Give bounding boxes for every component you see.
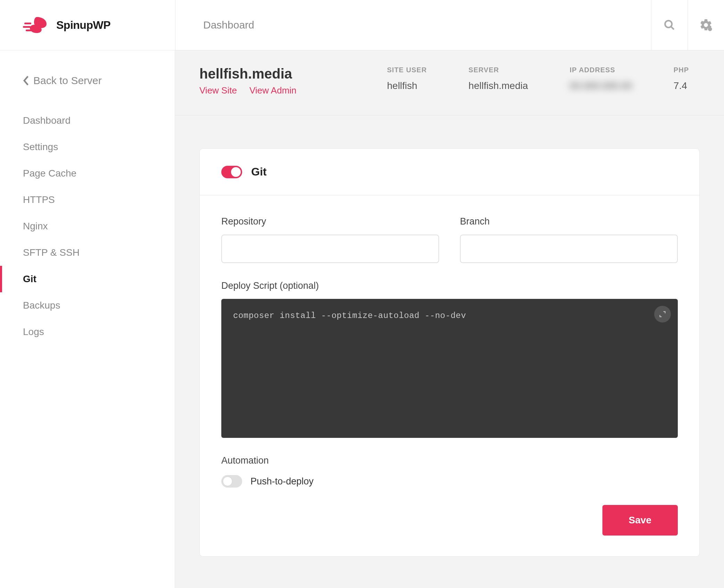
- toggle-knob: [231, 167, 241, 177]
- chevron-left-icon: [23, 76, 29, 85]
- meta-label: PHP: [674, 66, 689, 74]
- save-button[interactable]: Save: [602, 505, 678, 536]
- view-admin-link[interactable]: View Admin: [249, 85, 296, 96]
- card-wrapper: Git Repository Branch Dep: [175, 115, 724, 588]
- meta-value: 7.4: [674, 80, 689, 91]
- git-card: Git Repository Branch Dep: [199, 148, 700, 557]
- toggle-knob: [223, 476, 232, 486]
- git-toggle[interactable]: [221, 166, 242, 178]
- meta-site-user: SITE USER hellfish: [387, 66, 427, 91]
- meta-label: IP ADDRESS: [570, 66, 632, 74]
- topbar-center: Dashboard: [175, 0, 651, 50]
- meta-ip: IP ADDRESS 00.000.000.00: [570, 66, 632, 91]
- card-footer: Save: [221, 505, 678, 536]
- repository-group: Repository: [221, 216, 439, 263]
- svg-line-4: [671, 26, 674, 30]
- topbar: SpinupWP Dashboard: [0, 0, 724, 50]
- nav-item-settings[interactable]: Settings: [0, 134, 175, 160]
- logo[interactable]: SpinupWP: [23, 16, 110, 34]
- site-header: hellfish.media View Site View Admin SITE…: [175, 50, 724, 115]
- topbar-left: SpinupWP: [0, 0, 175, 50]
- card-body: Repository Branch Deploy Script (optiona…: [200, 195, 699, 556]
- nav-item-backups[interactable]: Backups: [0, 292, 175, 319]
- nav-item-git[interactable]: Git: [0, 266, 175, 292]
- meta-value: hellfish: [387, 80, 427, 91]
- automation-label: Automation: [221, 455, 678, 466]
- logo-mark-icon: [23, 16, 50, 34]
- main: hellfish.media View Site View Admin SITE…: [175, 50, 724, 588]
- meta-label: SITE USER: [387, 66, 427, 74]
- site-title-block: hellfish.media View Site View Admin: [199, 66, 345, 96]
- form-row: Repository Branch: [221, 216, 678, 263]
- settings-button[interactable]: [688, 0, 724, 50]
- card-header: Git: [200, 149, 699, 195]
- push-to-deploy-toggle[interactable]: [221, 475, 242, 488]
- sidebar: Back to Server Dashboard Settings Page C…: [0, 50, 175, 588]
- branch-group: Branch: [460, 216, 678, 263]
- meta-label: SERVER: [469, 66, 528, 74]
- svg-rect-0: [24, 23, 31, 24]
- nav-item-page-cache[interactable]: Page Cache: [0, 160, 175, 187]
- back-to-server-link[interactable]: Back to Server: [0, 64, 175, 107]
- search-button[interactable]: [651, 0, 688, 50]
- nav-item-dashboard[interactable]: Dashboard: [0, 107, 175, 134]
- meta-server: SERVER hellfish.media: [469, 66, 528, 91]
- deploy-script-label: Deploy Script (optional): [221, 280, 678, 291]
- nav-item-logs[interactable]: Logs: [0, 319, 175, 345]
- nav-list: Dashboard Settings Page Cache HTTPS Ngin…: [0, 107, 175, 345]
- repository-label: Repository: [221, 216, 439, 227]
- branch-label: Branch: [460, 216, 678, 227]
- card-title: Git: [251, 165, 266, 178]
- search-icon: [664, 19, 675, 31]
- svg-point-5: [708, 27, 712, 31]
- nav-item-https[interactable]: HTTPS: [0, 187, 175, 213]
- automation-section: Automation Push-to-deploy: [221, 455, 678, 488]
- svg-point-3: [665, 21, 672, 27]
- meta-php: PHP 7.4: [674, 66, 689, 91]
- deploy-script-editor[interactable]: composer install --optimize-autoload --n…: [221, 299, 678, 438]
- expand-button[interactable]: [654, 306, 671, 322]
- breadcrumb[interactable]: Dashboard: [203, 19, 254, 31]
- deploy-script-group: Deploy Script (optional) composer instal…: [221, 280, 678, 438]
- site-title: hellfish.media: [199, 66, 345, 82]
- svg-rect-1: [23, 26, 31, 28]
- nav-item-sftp-ssh[interactable]: SFTP & SSH: [0, 239, 175, 266]
- push-to-deploy-label: Push-to-deploy: [250, 476, 314, 487]
- gear-icon: [699, 18, 713, 32]
- site-links: View Site View Admin: [199, 85, 345, 96]
- repository-input[interactable]: [221, 235, 439, 263]
- nav-item-nginx[interactable]: Nginx: [0, 213, 175, 239]
- deploy-script-content: composer install --optimize-autoload --n…: [233, 311, 466, 320]
- branch-input[interactable]: [460, 235, 678, 263]
- site-meta: SITE USER hellfish SERVER hellfish.media…: [387, 66, 700, 91]
- push-to-deploy-row: Push-to-deploy: [221, 475, 678, 488]
- layout: Back to Server Dashboard Settings Page C…: [0, 50, 724, 588]
- topbar-right: [651, 0, 724, 50]
- logo-text: SpinupWP: [56, 19, 110, 32]
- meta-value-blurred: 00.000.000.00: [570, 80, 632, 91]
- svg-rect-2: [26, 30, 32, 31]
- view-site-link[interactable]: View Site: [199, 85, 237, 96]
- expand-icon: [659, 311, 666, 318]
- back-label: Back to Server: [33, 75, 102, 87]
- meta-value: hellfish.media: [469, 80, 528, 91]
